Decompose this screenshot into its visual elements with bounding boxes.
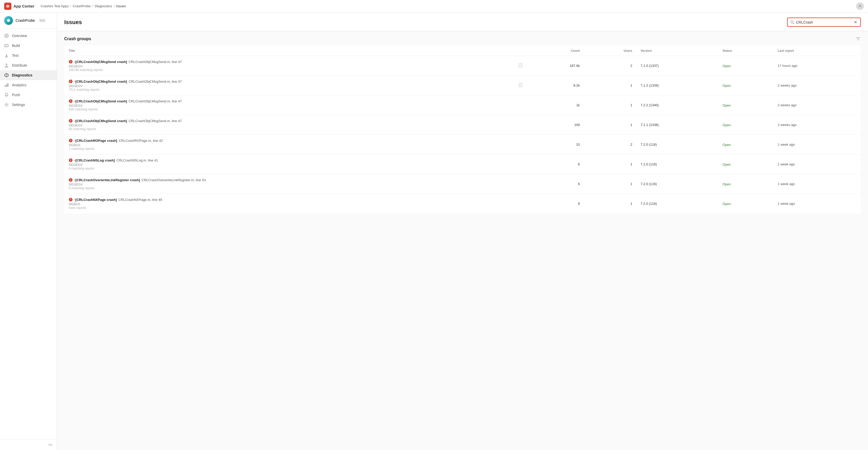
push-icon — [4, 92, 9, 97]
crash-signal: SIGSEGV — [69, 163, 510, 167]
note-icon[interactable] — [518, 83, 523, 87]
sidebar-item-diagnostics[interactable]: Diagnostics — [0, 70, 57, 80]
table-row[interactable]: -[CRLCrashObjCMsgSend crash] CRLCrashObj… — [64, 115, 861, 135]
app-logo[interactable]: App Center — [4, 3, 34, 10]
sidebar-item-distribute[interactable]: Distribute — [0, 60, 57, 70]
sidebar-collapse-button[interactable]: << — [0, 439, 57, 450]
crash-error-icon — [69, 79, 73, 83]
breadcrumb-crashprobe[interactable]: CrashProbe — [73, 4, 91, 8]
crash-count: 100 — [527, 115, 584, 135]
crash-count: 1k — [527, 95, 584, 115]
svg-rect-6 — [5, 85, 5, 87]
crash-count: 8 — [527, 194, 584, 214]
crash-reports: 7 matching reports — [69, 147, 510, 150]
crash-note-cell — [514, 135, 527, 154]
app-name-label: App Center — [13, 4, 34, 8]
crash-error-icon — [69, 158, 73, 162]
sidebar-item-analytics[interactable]: Analytics — [0, 80, 57, 90]
crash-users: 2 — [584, 135, 637, 154]
crash-version: 7.1.0 (1337) — [637, 56, 719, 76]
table-row[interactable]: -[CRLCrashObjCMsgSend crash] CRLCrashObj… — [64, 95, 861, 115]
status-open-label: Open — [722, 182, 731, 186]
svg-rect-5 — [5, 44, 8, 47]
col-version: Version — [637, 46, 719, 56]
top-nav: App Center Crashes Test Apps / CrashProb… — [0, 0, 868, 12]
app-icon — [4, 16, 13, 25]
col-count: Count — [527, 46, 584, 56]
crash-count: 8.2k — [527, 76, 584, 95]
col-status: Status — [718, 46, 773, 56]
sidebar-label-overview: Overview — [12, 34, 27, 38]
crash-last-report: 1 week ago — [773, 174, 861, 194]
crash-error-icon — [69, 138, 73, 143]
filter-icon[interactable] — [856, 36, 861, 41]
crash-error-icon — [69, 178, 73, 182]
crash-users: 1 — [584, 95, 637, 115]
crash-last-report: 1 week ago — [773, 154, 861, 174]
table-row[interactable]: -[CRLCrashObjCMsgSend crash] CRLCrashObj… — [64, 76, 861, 95]
svg-point-26 — [70, 181, 71, 181]
crash-error-icon — [69, 119, 73, 123]
search-icon — [790, 20, 795, 24]
sidebar-item-settings[interactable]: Settings — [0, 100, 57, 110]
section-header: Crash groups — [64, 36, 861, 41]
crash-users: 1 — [584, 115, 637, 135]
crash-file: CRLCrashROPage.m, line 42 — [119, 139, 163, 143]
sidebar-item-test[interactable]: Test — [0, 51, 57, 60]
breadcrumb-issues: Issues — [116, 4, 126, 8]
breadcrumb-diagnostics[interactable]: Diagnostics — [95, 4, 112, 8]
svg-point-20 — [70, 121, 71, 122]
crash-file: CRLCrashNSLog.m, line 41 — [117, 159, 158, 162]
note-icon[interactable] — [518, 84, 523, 88]
crash-title-cell: -[CRLCrashNXPage crash] CRLCrashNXPage.m… — [64, 194, 514, 214]
overview-icon — [4, 33, 9, 38]
crash-version: 7.2.0 (116) — [637, 135, 719, 154]
collapse-icon: << — [49, 443, 53, 447]
crash-signal: SIGSEGV — [69, 64, 510, 68]
note-icon[interactable] — [518, 64, 523, 68]
search-clear-button[interactable]: ✕ — [850, 18, 860, 26]
table-row[interactable]: -[CRLCrashOverwriteLinkRegister crash] C… — [64, 174, 861, 194]
table-row[interactable]: -[CRLCrashObjCMsgSend crash] CRLCrashObj… — [64, 56, 861, 76]
status-open-label: Open — [722, 123, 731, 127]
crash-version: 7.2.2 (1340) — [637, 95, 719, 115]
user-avatar[interactable] — [856, 2, 864, 10]
breadcrumb-crashes[interactable]: Crashes Test Apps — [41, 4, 69, 8]
status-open-label: Open — [722, 202, 731, 206]
svg-point-15 — [70, 82, 71, 83]
crash-reports: 939 matching reports — [69, 108, 510, 111]
crash-reports: 156794 matching reports — [69, 68, 510, 72]
crash-users: 1 — [584, 154, 637, 174]
crash-version: 7.2.0 (116) — [637, 174, 719, 194]
crash-signal: SIGSEGV — [69, 84, 510, 88]
status-open-label: Open — [722, 104, 731, 107]
crash-version: 7.1.2 (1339) — [637, 76, 719, 95]
sidebar-item-build[interactable]: Build — [0, 41, 57, 51]
crash-last-report: 1 week ago — [773, 194, 861, 214]
test-icon — [4, 53, 9, 58]
crash-version: 7.2.0 (116) — [637, 194, 719, 214]
sidebar-item-push[interactable]: Push — [0, 90, 57, 100]
crash-signal: SIGSEGV — [69, 104, 510, 108]
crash-status: Open — [718, 115, 773, 135]
crash-file: CRLCrashOverwriteLinkRegister.m, line 53 — [142, 178, 206, 182]
svg-point-3 — [5, 34, 8, 38]
note-icon[interactable] — [518, 63, 523, 68]
sidebar-item-overview[interactable]: Overview — [0, 31, 57, 41]
breadcrumb-sep-2: / — [92, 4, 93, 8]
crash-method: -[CRLCrashObjCMsgSend crash] — [74, 99, 127, 103]
crash-count: 15 — [527, 135, 584, 154]
crash-count: 6 — [527, 174, 584, 194]
table-row[interactable]: -[CRLCrashNSLog crash] CRLCrashNSLog.m, … — [64, 154, 861, 174]
search-input[interactable] — [796, 20, 848, 24]
crash-reports: 5 matching reports — [69, 187, 510, 190]
sidebar-app-platform: iOS — [39, 19, 46, 22]
table-row[interactable]: -[CRLCrashNXPage crash] CRLCrashNXPage.m… — [64, 194, 861, 214]
table-row[interactable]: -[CRLCrashROPage crash] CRLCrashROPage.m… — [64, 135, 861, 154]
analytics-icon — [4, 83, 9, 87]
crash-note-cell — [514, 76, 527, 95]
crash-count: 6 — [527, 154, 584, 174]
svg-rect-8 — [7, 83, 8, 87]
svg-point-4 — [6, 35, 7, 36]
sidebar-label-build: Build — [12, 44, 20, 48]
